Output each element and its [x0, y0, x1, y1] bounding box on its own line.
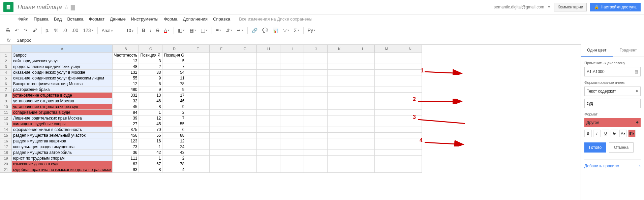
cell[interactable]: [257, 156, 280, 161]
cell[interactable]: [398, 138, 422, 144]
cell[interactable]: 8: [139, 104, 162, 110]
cell[interactable]: 12: [139, 115, 162, 121]
text-color-icon[interactable]: A▾: [162, 26, 171, 34]
cell[interactable]: [186, 104, 210, 110]
share-button[interactable]: 🔒 Настройки доступа: [590, 3, 641, 11]
cell[interactable]: [210, 75, 233, 81]
cell[interactable]: 5: [162, 58, 186, 64]
cell[interactable]: раздел имущества автомобиль: [12, 150, 113, 156]
cell[interactable]: [328, 110, 351, 115]
cell[interactable]: [233, 138, 257, 144]
cell[interactable]: 39: [113, 115, 139, 121]
filter-icon[interactable]: ▽▾: [281, 26, 291, 34]
cell[interactable]: [233, 115, 257, 121]
cell[interactable]: [280, 133, 304, 138]
cell[interactable]: [351, 104, 375, 110]
col-header[interactable]: F: [210, 45, 233, 53]
row-header[interactable]: 21: [0, 167, 12, 173]
cell[interactable]: [186, 161, 210, 167]
cell[interactable]: Позиция Я: [139, 53, 162, 58]
cell[interactable]: [398, 110, 422, 115]
cell[interactable]: [210, 110, 233, 115]
cell[interactable]: Позиция G: [162, 53, 186, 58]
col-header[interactable]: L: [351, 45, 375, 53]
cell[interactable]: [280, 161, 304, 167]
cell[interactable]: [351, 110, 375, 115]
cell[interactable]: [233, 167, 257, 173]
cell[interactable]: [398, 70, 422, 75]
cell[interactable]: [375, 75, 398, 81]
cell[interactable]: [398, 104, 422, 110]
cell[interactable]: 70: [139, 127, 162, 133]
cell[interactable]: 24: [162, 144, 186, 150]
formula-input[interactable]: Запрос: [14, 37, 641, 43]
cell[interactable]: [210, 127, 233, 133]
cell[interactable]: [186, 53, 210, 58]
cell[interactable]: [328, 133, 351, 138]
cell[interactable]: [280, 121, 304, 127]
cell[interactable]: [257, 104, 280, 110]
cell[interactable]: 32: [113, 98, 139, 104]
cell[interactable]: [375, 150, 398, 156]
cell[interactable]: установление отцовства Москва: [12, 98, 113, 104]
bold-icon[interactable]: B: [584, 130, 592, 137]
cell[interactable]: [304, 104, 328, 110]
cell[interactable]: 9: [162, 87, 186, 93]
spreadsheet-grid[interactable]: ABCDEFGHIJKLMN1ЗапросЧастотностьПозиция …: [0, 45, 581, 199]
cell[interactable]: 4: [162, 167, 186, 173]
cell[interactable]: [304, 87, 328, 93]
cell[interactable]: [280, 53, 304, 58]
cell[interactable]: 16: [139, 138, 162, 144]
cell[interactable]: [375, 58, 398, 64]
cell[interactable]: [233, 70, 257, 75]
cell[interactable]: [186, 110, 210, 115]
cell[interactable]: 1: [139, 144, 162, 150]
cell[interactable]: 456: [113, 133, 139, 138]
cell[interactable]: 13: [113, 58, 139, 64]
col-header[interactable]: B: [113, 45, 139, 53]
cell[interactable]: [398, 87, 422, 93]
cell[interactable]: 63: [113, 161, 139, 167]
cell[interactable]: [280, 75, 304, 81]
cell[interactable]: [375, 144, 398, 150]
cell[interactable]: [351, 75, 375, 81]
cell[interactable]: [257, 64, 280, 70]
cell[interactable]: 55: [162, 121, 186, 127]
cell[interactable]: [398, 127, 422, 133]
cell[interactable]: [257, 58, 280, 64]
cell[interactable]: 132: [113, 70, 139, 75]
cell[interactable]: [257, 87, 280, 93]
cell[interactable]: [328, 121, 351, 127]
cell[interactable]: [186, 58, 210, 64]
cell[interactable]: [351, 93, 375, 98]
cell[interactable]: [351, 81, 375, 87]
cell[interactable]: [304, 115, 328, 121]
cell[interactable]: [186, 121, 210, 127]
cell[interactable]: [398, 156, 422, 161]
menu-data[interactable]: Данные: [108, 15, 128, 23]
row-header[interactable]: 8: [0, 93, 12, 98]
cell[interactable]: [351, 87, 375, 93]
cell[interactable]: [351, 156, 375, 161]
col-header[interactable]: E: [186, 45, 210, 53]
cell[interactable]: [210, 144, 233, 150]
cell[interactable]: [233, 75, 257, 81]
cell[interactable]: [398, 121, 422, 127]
menu-help[interactable]: Справка: [211, 15, 232, 23]
cell[interactable]: 2: [162, 110, 186, 115]
cell[interactable]: судебная практика по взысканию долга по …: [12, 167, 113, 173]
cell[interactable]: [351, 133, 375, 138]
cell[interactable]: установление отцовства через суд: [12, 104, 113, 110]
cell[interactable]: [257, 70, 280, 75]
cell[interactable]: [328, 150, 351, 156]
cell[interactable]: 55: [113, 75, 139, 81]
cell[interactable]: [233, 156, 257, 161]
cell[interactable]: [328, 87, 351, 93]
cell[interactable]: [233, 144, 257, 150]
row-header[interactable]: 4: [0, 70, 12, 75]
cell[interactable]: [398, 161, 422, 167]
cell[interactable]: [186, 167, 210, 173]
cell[interactable]: 111: [113, 156, 139, 161]
cell[interactable]: [257, 75, 280, 81]
cell[interactable]: [375, 110, 398, 115]
